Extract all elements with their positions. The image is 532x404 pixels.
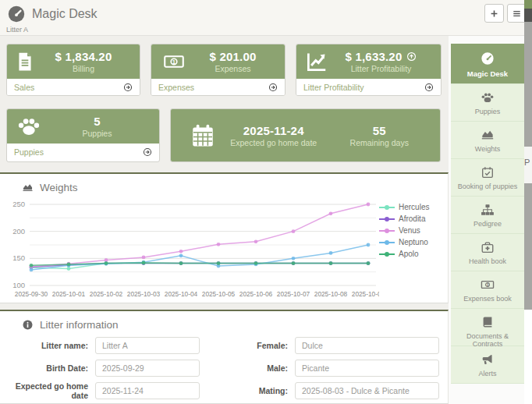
arrow-circle-right-icon[interactable] <box>123 83 133 92</box>
arrow-circle-right-icon[interactable] <box>143 147 152 157</box>
profitability-card-footer[interactable]: Litter Profitability <box>296 79 441 95</box>
x-tick-label: 2025-10-05 <box>202 290 236 298</box>
book-icon <box>481 315 495 329</box>
mating-input[interactable] <box>295 382 439 399</box>
legend-marker <box>379 228 395 234</box>
field-label: Litter name: <box>0 341 95 350</box>
calendar-check-icon <box>481 165 495 179</box>
male-input[interactable] <box>295 360 439 377</box>
sidebar-item-puppies[interactable]: Puppies <box>451 84 524 122</box>
birth-date-input[interactable] <box>95 360 200 377</box>
medkit-icon <box>481 240 495 254</box>
strip-text-fragment: P <box>524 147 532 183</box>
sidebar-item-label: Magic Desk <box>452 70 523 79</box>
expenses-card-header: 1 $ 201.00 Expenses <box>151 44 285 79</box>
x-tick-label: 2025-10-03 <box>127 290 161 298</box>
go-home-date-card: 2025-11-24 Expected go home date 55 Rema… <box>170 108 441 162</box>
puppies-card: 5 Puppies Puppies <box>6 108 160 162</box>
sidebar-item-pedigree[interactable]: Pedigree <box>451 197 524 234</box>
puppies-card-footer[interactable]: Puppies <box>7 144 159 160</box>
right-sidebar: Magic DeskPuppiesWeightsBooking of puppi… <box>451 44 524 384</box>
bars-icon <box>512 9 522 19</box>
billing-card-footer[interactable]: Sales <box>7 79 140 95</box>
bullhorn-icon <box>481 353 495 367</box>
sidebar-item-label: Health book <box>452 257 523 265</box>
magic-desk-screen: Magic Desk Litter A $ 1,834.20 Billing S <box>0 0 532 404</box>
puppies-card-header: 5 Puppies <box>7 109 159 144</box>
top-bar: Magic Desk Litter A <box>0 0 524 36</box>
legend-item-venus[interactable]: Venus <box>379 226 429 235</box>
legend-item-hercules[interactable]: Hercules <box>379 203 429 211</box>
expected-go-home-date-input[interactable] <box>95 382 200 399</box>
legend-marker <box>379 239 395 246</box>
y-tick-label: 100 <box>12 281 25 289</box>
sidebar-item-label: Puppies <box>452 108 523 115</box>
sidebar-item-magic-desk[interactable]: Magic Desk <box>451 44 524 84</box>
footer-label: Sales <box>14 83 34 92</box>
x-tick-label: 2025-10-04 <box>165 290 198 298</box>
sidebar-item-label: Weights <box>452 145 523 153</box>
sidebar-item-health-book[interactable]: Health book <box>451 234 524 271</box>
chart-area-icon <box>22 182 34 193</box>
weights-chart: 1001502002502025-09-302025-10-012025-10-… <box>3 197 379 303</box>
form-field-row: Female: <box>217 337 448 354</box>
legend-label: Apolo <box>399 250 419 258</box>
legend-marker <box>379 216 395 222</box>
sidebar-item-weights[interactable]: Weights <box>451 122 524 159</box>
add-button[interactable] <box>484 4 504 23</box>
billing-card: $ 1,834.20 Billing Sales <box>6 44 140 96</box>
y-tick-label: 200 <box>12 227 25 236</box>
chart-line-icon <box>304 50 329 73</box>
remaining-days-value: 55 <box>327 124 433 137</box>
field-label: Male: <box>217 363 295 373</box>
weights-panel-header: Weights <box>0 174 448 195</box>
form-column-right: Female:Male:Mating: <box>217 337 448 404</box>
weights-chart-wrap: 1001502002502025-09-302025-10-012025-10-… <box>0 195 448 303</box>
arrow-circle-right-icon[interactable] <box>268 83 278 92</box>
gauge-icon <box>481 51 495 66</box>
paw-icon <box>15 114 43 139</box>
series-apolo <box>30 260 371 267</box>
chart-legend: HerculesAfroditaVenusNeptunoApolo <box>379 197 429 303</box>
sidebar-item-alerts[interactable]: Alerts <box>451 346 524 384</box>
legend-item-apolo[interactable]: Apolo <box>379 250 429 258</box>
expenses-card-footer[interactable]: Expenses <box>151 79 285 95</box>
x-tick-label: 2025-10-08 <box>314 290 348 298</box>
x-tick-label: 2025-10-06 <box>239 290 273 298</box>
sidebar-item-expenses-book[interactable]: 1Expenses book <box>451 271 524 309</box>
billing-card-header: $ 1,834.20 Billing <box>7 44 140 79</box>
weights-panel: Weights 1001502002502025-09-302025-10-01… <box>0 172 449 303</box>
legend-marker <box>379 204 395 211</box>
file-invoice-icon <box>15 49 35 74</box>
sidebar-item-booking-of-puppies[interactable]: Booking of puppies <box>451 159 524 197</box>
go-home-date-label: Expected go home date <box>221 138 327 147</box>
sidebar-item-documents-contracts[interactable]: Documents & Contracts <box>451 309 524 346</box>
form-field-row: Birth Date: <box>0 360 217 377</box>
profitability-card-header: $ 1,633.20 Litter Profitability <box>296 44 441 79</box>
main-content: $ 1,834.20 Billing Sales 1 $ 201.00 Expe… <box>0 36 449 404</box>
expenses-card: 1 $ 201.00 Expenses Expenses <box>151 44 286 96</box>
form-field-row: Male: <box>217 360 448 377</box>
legend-item-neptuno[interactable]: Neptuno <box>379 238 429 246</box>
field-label: Female: <box>217 341 295 350</box>
profitability-card: $ 1,633.20 Litter Profitability Litter P… <box>296 44 442 96</box>
litter-name-input[interactable] <box>95 337 200 354</box>
expenses-label: Expenses <box>189 64 277 73</box>
stat-cards-row-1: $ 1,834.20 Billing Sales 1 $ 201.00 Expe… <box>6 44 449 96</box>
form-column-left: Litter name:Birth Date:Expected go home … <box>0 337 217 404</box>
profitability-label: Litter Profitability <box>329 64 433 73</box>
sitemap-icon <box>481 203 495 217</box>
female-input[interactable] <box>295 337 439 354</box>
breadcrumb: Litter A <box>6 26 28 34</box>
gauge-icon <box>7 5 26 23</box>
chart-area-icon <box>481 128 495 142</box>
x-tick-label: 2025-10-01 <box>52 290 86 298</box>
go-home-date: 2025-11-24 <box>221 124 327 137</box>
billing-value: $ 1,834.20 <box>35 50 132 63</box>
weights-panel-title: Weights <box>40 182 78 193</box>
y-tick-label: 150 <box>12 253 25 262</box>
sidebar-item-label: Booking of puppies <box>452 183 523 190</box>
go-home-card-header: 2025-11-24 Expected go home date 55 Rema… <box>171 109 440 161</box>
legend-item-afrodita[interactable]: Afrodita <box>379 214 429 223</box>
arrow-circle-right-icon[interactable] <box>424 83 434 92</box>
